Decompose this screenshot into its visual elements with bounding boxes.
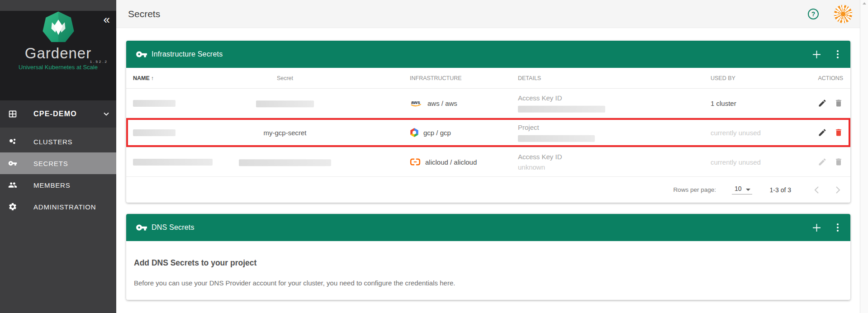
plus-icon (812, 223, 821, 232)
scroll-up-icon[interactable] (863, 2, 866, 5)
chevron-left-icon (814, 186, 819, 194)
details-value: unknown (518, 163, 667, 171)
project-selector[interactable]: CPE-DEMO (0, 100, 116, 128)
key-icon (136, 222, 147, 233)
help-icon[interactable]: ? (808, 9, 819, 19)
add-dns-secret-button[interactable] (812, 223, 821, 232)
details-label: Project (518, 123, 667, 131)
column-used-by[interactable]: USED BY (711, 75, 735, 81)
column-name[interactable]: NAME↑ (133, 75, 154, 81)
avatar[interactable] (834, 5, 853, 24)
rows-per-page-value: 10 (735, 185, 742, 192)
used-by-label: currently unused (711, 158, 761, 166)
card-menu-button[interactable] (837, 50, 839, 59)
delete-button[interactable] (834, 128, 843, 137)
trash-icon (834, 157, 843, 166)
plus-icon (812, 50, 821, 59)
infrastructure-cell: alicloud / alicloud (410, 158, 477, 166)
name-redacted-bar (133, 128, 175, 137)
sidebar-item-members[interactable]: MEMBERS (0, 174, 116, 196)
card-menu-button[interactable] (837, 223, 839, 232)
grid-icon (8, 109, 17, 119)
details-redacted-bar (518, 105, 605, 112)
edit-button[interactable] (818, 99, 827, 108)
sidebar-item-secrets[interactable]: SECRETS (0, 152, 116, 174)
card-title: DNS Secrets (152, 223, 194, 232)
clusters-icon (8, 137, 17, 146)
sidebar-item-label: ADMINISTRATION (33, 203, 96, 211)
brand-tagline: Universal Kubernetes at Scale (0, 64, 116, 71)
topbar-actions: ? (808, 5, 853, 24)
logo-section: « 1.52.2 Gardener Universal Kubernetes a… (0, 11, 116, 100)
prev-page-button (814, 186, 819, 194)
gardener-logo (42, 11, 75, 44)
card-header-actions (812, 223, 839, 232)
row-actions (818, 128, 843, 137)
brand-title: Gardener (0, 46, 116, 61)
add-secret-button[interactable] (812, 50, 821, 59)
column-details[interactable]: DETAILS (518, 75, 541, 81)
name-redacted-bar (133, 99, 175, 107)
chevron-right-icon (835, 186, 840, 194)
next-page-button (835, 186, 840, 194)
secret-redacted-bar (231, 158, 339, 166)
delete-button (834, 157, 843, 166)
secret-name: my-gcp-secret (231, 129, 339, 137)
infrastructure-card-header: Infrastructure Secrets (126, 41, 850, 68)
rows-per-page-label: Rows per page: (673, 186, 716, 193)
used-by-label: 1 cluster (711, 100, 736, 107)
pencil-icon (818, 128, 827, 137)
sidebar-item-label: SECRETS (33, 160, 68, 167)
used-by-label: currently unused (711, 129, 761, 137)
table-row-gcp: my-gcp-secret gcp / gcp Pro (126, 118, 850, 147)
version-label: 1.52.2 (90, 60, 108, 64)
page-title: Secrets (128, 9, 160, 19)
sidebar-item-administration[interactable]: ADMINISTRATION (0, 196, 116, 218)
details-label: Access Key ID (518, 153, 667, 161)
row-actions (818, 157, 843, 166)
column-actions: ACTIONS (818, 75, 843, 81)
main-area: Secrets ? Infrastructure Secrets (116, 0, 860, 313)
infrastructure-secrets-card: Infrastructure Secrets NAME↑ (126, 41, 850, 203)
aws-icon: aws (410, 99, 423, 108)
card-title: Infrastructure Secrets (152, 50, 223, 58)
details-cell: Access Key ID (518, 94, 667, 113)
topbar: Secrets ? (116, 0, 860, 28)
edit-button[interactable] (818, 128, 827, 137)
sidebar-item-clusters[interactable]: CLUSTERS (0, 131, 116, 152)
table-row-aws: aws aws / aws Access Key ID 1 cluster (126, 89, 850, 118)
key-icon (8, 159, 17, 168)
svg-text:aws: aws (411, 100, 420, 105)
content: Infrastructure Secrets NAME↑ (116, 28, 860, 300)
column-infrastructure[interactable]: INFRASTRUCTURE (410, 75, 462, 81)
details-cell: Project (518, 123, 667, 142)
details-label: Access Key ID (518, 94, 667, 102)
dns-card-header: DNS Secrets (126, 214, 850, 241)
edit-button (818, 157, 827, 166)
key-icon (136, 48, 147, 60)
app: « 1.52.2 Gardener Universal Kubernetes a… (0, 0, 868, 313)
dns-secrets-card: DNS Secrets Add DNS Secrets to your (126, 214, 850, 300)
column-secret[interactable]: Secret (231, 75, 339, 81)
alicloud-icon (410, 158, 421, 166)
provider-label: alicloud / alicloud (425, 158, 477, 166)
delete-button[interactable] (834, 99, 843, 108)
trash-icon (834, 99, 843, 108)
gcp-icon (410, 128, 419, 138)
details-redacted-bar (518, 135, 595, 142)
page-range-label: 1-3 of 3 (770, 186, 791, 194)
trash-icon (834, 128, 843, 137)
gear-icon (8, 202, 17, 211)
rows-per-page-select[interactable]: 10 (732, 185, 752, 194)
sidebar-collapse-button[interactable]: « (104, 14, 110, 25)
infrastructure-cell: gcp / gcp (410, 128, 451, 138)
dns-empty-state: Add DNS Secrets to your project Before y… (126, 241, 850, 300)
sidebar-nav: CLUSTERS SECRETS MEMBERS ADMINISTRATION (0, 128, 116, 218)
kebab-icon (837, 50, 839, 52)
sidebar: « 1.52.2 Gardener Universal Kubernetes a… (0, 0, 116, 313)
members-icon (8, 180, 17, 190)
sidebar-item-label: CLUSTERS (33, 138, 72, 146)
pencil-icon (818, 157, 827, 166)
secret-redacted-bar (231, 99, 339, 107)
scrollbar[interactable] (860, 0, 868, 313)
